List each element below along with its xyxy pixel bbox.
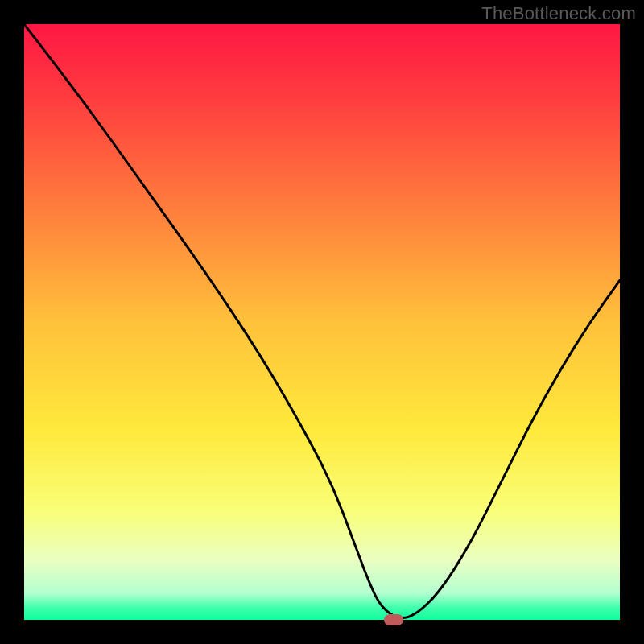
optimal-point-marker xyxy=(384,614,403,625)
gradient-background xyxy=(24,24,620,620)
plot-area xyxy=(24,24,620,620)
chart-frame: TheBottleneck.com xyxy=(0,0,644,644)
watermark-text: TheBottleneck.com xyxy=(481,3,636,24)
chart-svg xyxy=(24,24,620,620)
